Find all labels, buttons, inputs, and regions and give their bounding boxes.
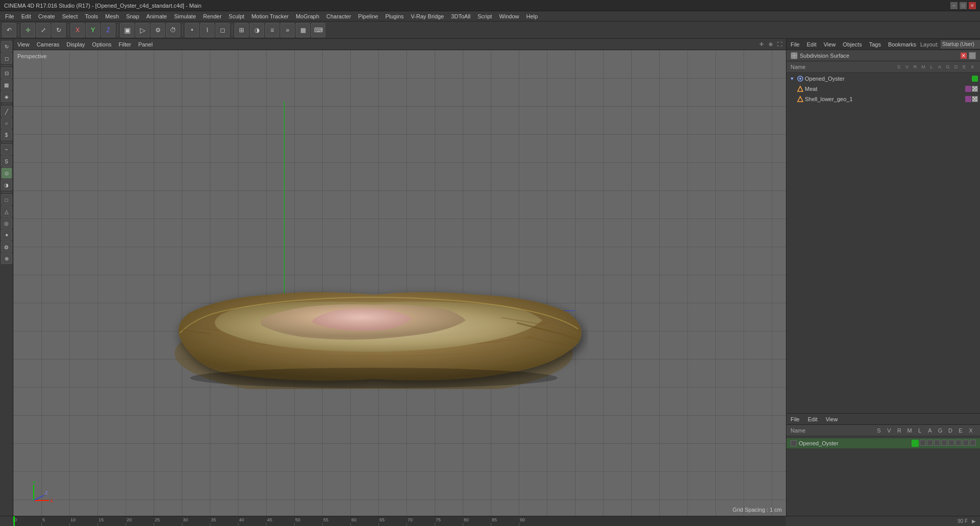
render-settings-button[interactable]: ⚙ (151, 23, 165, 37)
menu-simulate[interactable]: Simulate (171, 12, 199, 20)
rp-menu-objects[interactable]: Objects (841, 40, 864, 49)
menu-help[interactable]: Help (523, 12, 541, 20)
console-button[interactable]: » (280, 23, 295, 37)
attr-icon-4[interactable] (941, 440, 947, 446)
brush-btn[interactable]: ○ (1, 117, 12, 129)
move-tool-button[interactable]: ✛ (21, 23, 35, 37)
tree-item-meat[interactable]: Meat (786, 84, 980, 94)
effector-btn[interactable]: ⊕ (1, 253, 12, 264)
attr-menu-file[interactable]: File (788, 415, 802, 423)
morph-btn[interactable]: ◍ (1, 241, 12, 252)
attr-icon-5[interactable] (948, 440, 954, 446)
render-queue-button[interactable]: ⏱ (166, 23, 180, 37)
menu-pipeline[interactable]: Pipeline (355, 12, 381, 20)
timeline-track[interactable]: 0 5 10 15 20 25 30 35 40 45 50 55 60 (13, 516, 786, 526)
menu-sculpt[interactable]: Sculpt (226, 12, 248, 20)
rp-menu-bookmarks[interactable]: Bookmarks (886, 40, 918, 49)
oyster-vis-icon[interactable] (972, 76, 978, 82)
attr-icon-3[interactable] (934, 440, 940, 446)
menu-mograph[interactable]: MoGraph (293, 12, 322, 20)
menu-tools[interactable]: Tools (82, 12, 101, 20)
viewport-menu-view[interactable]: View (15, 40, 32, 49)
attr-icon-1[interactable] (920, 440, 926, 446)
script-manager-button[interactable]: ⌨ (311, 23, 325, 37)
rp-menu-file[interactable]: File (788, 40, 802, 49)
menu-create[interactable]: Create (35, 12, 58, 20)
menu-motion-tracker[interactable]: Motion Tracker (248, 12, 292, 20)
point-mode-button[interactable]: • (185, 23, 199, 37)
menu-script[interactable]: Script (474, 12, 495, 20)
viewport-icon-fullscreen[interactable]: ⛶ (776, 40, 784, 49)
knife-btn[interactable]: $ (1, 129, 12, 140)
rp-menu-tags[interactable]: Tags (867, 40, 883, 49)
subdiv-close-btn[interactable]: ✕ (961, 53, 967, 59)
menu-vray[interactable]: V-Ray Bridge (408, 12, 447, 20)
tree-item-opened-oyster[interactable]: ▼ Opened_Oyster (786, 74, 980, 84)
polygon-mode-button[interactable]: ◻ (216, 23, 230, 37)
edge-mode-button[interactable]: ⌇ (200, 23, 214, 37)
menu-select[interactable]: Select (59, 12, 81, 20)
viewport-menu-display[interactable]: Display (64, 40, 87, 49)
deformer-btn[interactable]: ⊙ (1, 168, 12, 179)
viewport-menu-filter[interactable]: Filter (116, 40, 133, 49)
close-button[interactable]: ✕ (969, 2, 976, 9)
timeline-scroll-right[interactable]: ▶ (972, 518, 976, 524)
meat-mat-checker[interactable] (972, 86, 978, 92)
menu-3dtoall[interactable]: 3DToAll (448, 12, 473, 20)
x-axis-button[interactable]: X (70, 23, 85, 37)
render-region-button[interactable]: ▣ (120, 23, 134, 37)
menu-render[interactable]: Render (200, 12, 225, 20)
live-selection-tool[interactable]: ↻ (1, 41, 12, 52)
menu-snap[interactable]: Snap (123, 12, 142, 20)
camera-btn[interactable]: ◎ (1, 218, 12, 229)
layout-input[interactable] (941, 40, 980, 49)
z-axis-button[interactable]: Z (101, 23, 115, 37)
scale-tool-button[interactable]: ⤢ (36, 23, 51, 37)
timeline-button[interactable]: ≡ (265, 23, 279, 37)
tag-btn[interactable]: S (1, 156, 12, 167)
checker-btn[interactable]: ▦ (1, 79, 12, 90)
menu-animate[interactable]: Animate (144, 12, 170, 20)
obj2-btn[interactable]: △ (1, 206, 12, 217)
meat-mat-color[interactable] (965, 86, 971, 92)
attr-vis-dot[interactable] (912, 440, 919, 447)
viewport-icon-zoom[interactable]: ⊕ (767, 40, 775, 49)
minimize-button[interactable]: − (950, 2, 958, 9)
menu-plugins[interactable]: Plugins (382, 12, 407, 20)
light-btn[interactable]: ✦ (1, 229, 12, 241)
material-btn-left[interactable]: ◑ (1, 179, 12, 190)
attr-icon-7[interactable] (963, 440, 969, 446)
spline-btn[interactable]: ~ (1, 144, 12, 155)
viewport-menu-options[interactable]: Options (90, 40, 113, 49)
attr-checkbox-oyster[interactable] (791, 440, 797, 446)
menu-mesh[interactable]: Mesh (102, 12, 122, 20)
subdiv-color-1[interactable] (969, 52, 976, 59)
material-manager-button[interactable]: ◑ (250, 23, 264, 37)
rotate-tool-button[interactable]: ↻ (52, 23, 66, 37)
viewport-icon-move[interactable]: ✛ (757, 40, 766, 49)
viewport-menu-cameras[interactable]: Cameras (35, 40, 62, 49)
attr-icon-8[interactable] (970, 440, 976, 446)
render-view-btn2[interactable]: ▦ (296, 23, 310, 37)
model-mode-btn[interactable]: ◻ (1, 53, 12, 64)
rp-menu-edit[interactable]: Edit (805, 40, 819, 49)
undo-button[interactable]: ↶ (2, 23, 16, 37)
render-view-button[interactable]: ▷ (135, 23, 150, 37)
attr-icon-2[interactable] (927, 440, 933, 446)
viewport-menu-panel[interactable]: Panel (136, 40, 155, 49)
attr-menu-edit[interactable]: Edit (806, 415, 820, 423)
shell-mat-checker[interactable] (972, 96, 978, 102)
attr-icon-6[interactable] (955, 440, 962, 446)
shell-mat-color[interactable] (965, 96, 971, 102)
menu-edit[interactable]: Edit (18, 12, 34, 20)
scene-btn[interactable]: □ (1, 194, 12, 205)
tweak-btn[interactable]: ╱ (1, 106, 12, 117)
attr-menu-view[interactable]: View (824, 415, 840, 423)
menu-character[interactable]: Character (323, 12, 354, 20)
y-axis-button[interactable]: Y (86, 23, 100, 37)
tree-item-shell[interactable]: Shell_lower_geo_1 (786, 94, 980, 104)
poly-tool-btn[interactable]: ◈ (1, 91, 12, 102)
obj-manager-button[interactable]: ⊞ (234, 23, 249, 37)
3d-viewport[interactable]: Perspective (13, 50, 786, 516)
menu-file[interactable]: File (2, 12, 17, 20)
